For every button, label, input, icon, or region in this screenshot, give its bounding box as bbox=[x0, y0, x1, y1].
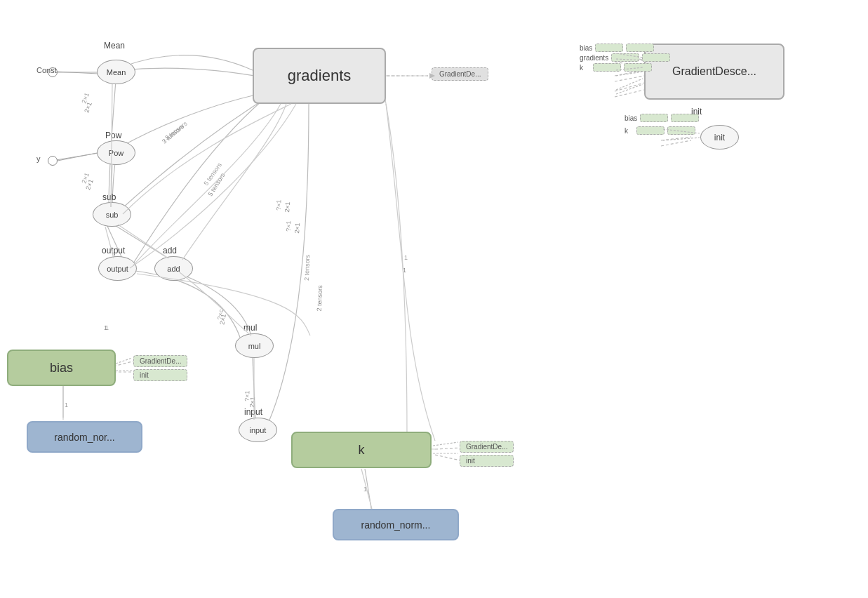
edge-label-3tensors: 3 tensors bbox=[161, 123, 185, 145]
svg-line-0 bbox=[56, 72, 98, 74]
init-top-label: init bbox=[691, 107, 702, 117]
init-top-ellipse[interactable]: init bbox=[700, 125, 739, 150]
init-bias-item[interactable]: init bbox=[133, 369, 187, 381]
edge-label-1-2: 1 bbox=[104, 324, 107, 331]
svg-text:?×1: ?×1 bbox=[275, 199, 283, 211]
top-gradients-label: gradients bbox=[580, 54, 608, 62]
top-k-dashed2 bbox=[624, 63, 652, 72]
edge-label-2x1-2: 2×1 bbox=[84, 178, 95, 191]
y-label: y bbox=[36, 154, 41, 163]
add-node[interactable]: add bbox=[154, 256, 193, 281]
init-top-cluster: init bias k bbox=[625, 114, 699, 135]
svg-line-8 bbox=[615, 76, 644, 81]
const-label: Const bbox=[36, 66, 57, 74]
top-bias-dashed1 bbox=[595, 44, 623, 52]
svg-line-25 bbox=[433, 442, 458, 446]
side-k-dashed2 bbox=[667, 126, 695, 135]
svg-line-13 bbox=[661, 140, 691, 146]
output-node[interactable]: output bbox=[98, 256, 137, 281]
input-top-label: input bbox=[244, 407, 262, 417]
pow-top-label: Pow bbox=[105, 131, 121, 140]
edge-label-2x1-3: 2×1 bbox=[283, 201, 291, 213]
svg-text:1: 1 bbox=[404, 254, 408, 261]
random-norm1-node[interactable]: random_nor... bbox=[27, 421, 142, 453]
svg-line-32 bbox=[616, 79, 643, 90]
top-grad-dashed2 bbox=[642, 53, 670, 62]
top-k-dashed1 bbox=[593, 63, 621, 72]
y-input-circle bbox=[48, 156, 58, 166]
side-bias-label: bias bbox=[625, 114, 637, 122]
edge-label-1-1: 1 bbox=[403, 267, 406, 274]
gradient-desc-k-item[interactable]: GradientDe... bbox=[460, 441, 514, 453]
edge-label-2x1-1: 2×1 bbox=[83, 101, 93, 114]
k-node[interactable]: k bbox=[291, 432, 432, 468]
add-top-label: add bbox=[163, 246, 177, 255]
mean-top-label: Mean bbox=[104, 41, 125, 51]
sub-node[interactable]: sub bbox=[93, 202, 131, 227]
gradient-desc-bias-group: GradientDe... init bbox=[133, 355, 187, 381]
top-grad-dashed1 bbox=[611, 53, 639, 62]
svg-text:2 tensors: 2 tensors bbox=[303, 254, 311, 281]
gradient-desc-bias-item[interactable]: GradientDe... bbox=[133, 355, 187, 367]
init-k-item[interactable]: init bbox=[460, 455, 514, 467]
svg-line-14 bbox=[114, 361, 135, 366]
svg-line-10 bbox=[615, 90, 644, 97]
svg-text:1: 1 bbox=[65, 401, 68, 408]
svg-line-9 bbox=[615, 83, 644, 91]
bias-node[interactable]: bias bbox=[7, 350, 116, 386]
gradient-desc-main-item[interactable]: GradientDe... bbox=[432, 67, 488, 81]
side-bias-dashed1 bbox=[640, 114, 668, 122]
pow-node[interactable]: Pow bbox=[97, 140, 135, 165]
svg-text:1: 1 bbox=[363, 486, 367, 493]
mul-top-label: mul bbox=[243, 323, 257, 333]
gradients-node[interactable]: gradients bbox=[253, 48, 386, 104]
sub-top-label: sub bbox=[102, 192, 116, 202]
input-node[interactable]: input bbox=[239, 418, 277, 442]
output-top-label: output bbox=[102, 246, 125, 255]
side-k-dashed1 bbox=[636, 126, 665, 135]
mean-node[interactable]: Mean bbox=[97, 60, 135, 84]
gradient-desc-k-group: GradientDe... init bbox=[460, 441, 514, 467]
svg-line-4 bbox=[435, 455, 460, 460]
edge-label-2x1-4: 2×1 bbox=[293, 222, 301, 234]
gradient-desc-main-group: GradientDe... bbox=[432, 67, 488, 81]
svg-line-22 bbox=[116, 358, 132, 364]
top-k-label: k bbox=[580, 64, 583, 72]
svg-line-35 bbox=[663, 138, 700, 140]
top-bias-dashed2 bbox=[626, 44, 654, 52]
svg-line-1 bbox=[56, 153, 98, 160]
edge-label-5tensors: 5 tensors bbox=[206, 172, 226, 198]
svg-line-17 bbox=[58, 153, 97, 161]
svg-line-33 bbox=[616, 84, 643, 94]
mul-node[interactable]: mul bbox=[235, 333, 274, 358]
svg-line-31 bbox=[616, 72, 643, 76]
side-k-label: k bbox=[625, 127, 628, 135]
top-bias-label: bias bbox=[580, 44, 592, 52]
svg-line-12 bbox=[661, 137, 691, 140]
svg-line-3 bbox=[435, 448, 460, 449]
svg-line-27 bbox=[361, 469, 372, 509]
top-right-inputs: bias gradients k bbox=[580, 44, 670, 72]
random-norm2-node[interactable]: random_norm... bbox=[333, 509, 459, 540]
edge-label-2x1-5: 2×1 bbox=[218, 314, 227, 326]
svg-text:?×1: ?×1 bbox=[285, 220, 293, 232]
edge-label-2x1-6: 2×1 bbox=[248, 397, 256, 408]
edge-label-2tensors: 2 tensors bbox=[316, 285, 323, 311]
